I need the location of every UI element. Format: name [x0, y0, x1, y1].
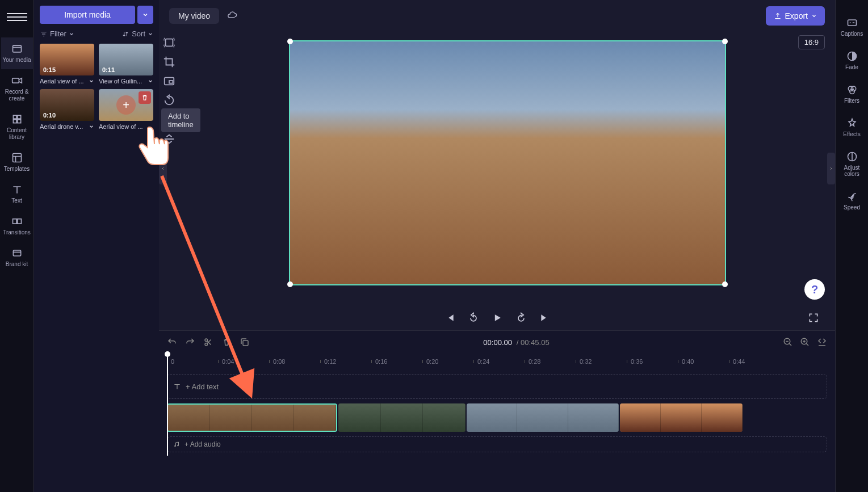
- menu-icon[interactable]: [7, 7, 27, 27]
- fit-timeline-icon[interactable]: [817, 337, 827, 347]
- export-button[interactable]: Export: [766, 6, 825, 26]
- video-clip[interactable]: [338, 403, 466, 432]
- chevron-down-icon: [89, 124, 94, 129]
- cloud-sync-icon[interactable]: [227, 11, 237, 21]
- svg-point-24: [851, 196, 853, 198]
- adjust-icon: [846, 151, 858, 162]
- media-item[interactable]: 0:10 Aerial drone v...: [40, 89, 94, 130]
- left-sidebar: Your media Record & create Content libra…: [0, 0, 34, 492]
- svg-rect-9: [13, 250, 20, 256]
- music-icon: [173, 441, 180, 448]
- video-clip[interactable]: [620, 403, 743, 432]
- svg-rect-7: [12, 219, 16, 224]
- resize-handle[interactable]: [722, 39, 728, 44]
- svg-rect-2: [13, 115, 16, 119]
- fit-icon[interactable]: [163, 36, 175, 49]
- preview-canvas[interactable]: [289, 40, 726, 285]
- sidebar-item-record[interactable]: Record & create: [1, 69, 33, 108]
- media-icon: [11, 43, 23, 54]
- right-item-speed[interactable]: Speed: [837, 184, 867, 217]
- zoom-out-icon[interactable]: [783, 337, 793, 347]
- resize-handle[interactable]: [287, 39, 293, 44]
- resize-handle[interactable]: [287, 281, 293, 287]
- right-item-captions[interactable]: Captions: [837, 10, 867, 44]
- effects-icon: [846, 117, 858, 129]
- trash-icon: [141, 94, 149, 102]
- filter-button[interactable]: Filter: [40, 30, 74, 38]
- media-panel: Import media Filter Sort 0:15 Aerial vie…: [34, 0, 159, 492]
- svg-rect-3: [17, 115, 20, 119]
- speed-icon: [846, 191, 858, 202]
- camera-icon: [11, 75, 23, 86]
- resize-handle[interactable]: [722, 281, 728, 287]
- sidebar-item-transitions[interactable]: Transitions: [1, 210, 33, 242]
- timeline-timecode: 00:00.00 / 00:45.05: [258, 338, 775, 347]
- rotate-icon[interactable]: [163, 94, 175, 107]
- sidebar-label: Record & create: [1, 89, 33, 102]
- sidebar-item-content-library[interactable]: Content library: [1, 108, 33, 146]
- top-bar: My video Export: [159, 0, 835, 32]
- play-icon[interactable]: [492, 312, 503, 323]
- svg-rect-12: [169, 81, 173, 83]
- library-icon: [11, 113, 23, 125]
- crop-icon[interactable]: [163, 56, 175, 68]
- chevron-down-icon: [89, 78, 94, 84]
- add-audio-track[interactable]: + Add audio: [167, 436, 827, 452]
- sidebar-label: Templates: [4, 166, 30, 173]
- media-item[interactable]: 0:15 Aerial view of ...: [40, 44, 94, 85]
- sidebar-label: Text: [11, 197, 22, 204]
- svg-rect-5: [17, 120, 20, 123]
- sidebar-label: Your media: [2, 57, 31, 64]
- cursor-annotation: [135, 124, 175, 169]
- help-button[interactable]: ?: [804, 279, 825, 300]
- chevron-down-icon: [142, 11, 149, 18]
- skip-forward-icon[interactable]: [539, 312, 551, 323]
- right-item-fade[interactable]: Fade: [837, 44, 867, 77]
- skip-back-icon[interactable]: [444, 312, 455, 323]
- sidebar-item-brand-kit[interactable]: Brand kit: [1, 242, 33, 274]
- rewind-icon[interactable]: [468, 312, 479, 323]
- video-clip[interactable]: [167, 403, 337, 432]
- sidebar-label: Brand kit: [6, 261, 28, 268]
- delete-media-button[interactable]: [139, 91, 151, 104]
- aspect-ratio-button[interactable]: 16:9: [798, 35, 825, 49]
- video-track[interactable]: [167, 403, 827, 432]
- import-media-button[interactable]: Import media: [40, 6, 135, 24]
- chevron-down-icon: [811, 13, 817, 19]
- arrow-annotation: [150, 165, 264, 403]
- svg-rect-0: [12, 45, 21, 52]
- media-item[interactable]: 0:11 View of Guilin...: [99, 44, 153, 85]
- filters-icon: [846, 84, 858, 95]
- svg-rect-1: [12, 78, 19, 83]
- collapse-right-button[interactable]: [827, 153, 835, 184]
- chevron-down-icon: [148, 78, 153, 84]
- forward-icon[interactable]: [515, 312, 527, 323]
- project-title[interactable]: My video: [169, 8, 219, 24]
- sidebar-item-your-media[interactable]: Your media: [1, 37, 33, 69]
- right-item-adjust-colors[interactable]: Adjust colors: [837, 144, 867, 184]
- chevron-right-icon: [829, 165, 833, 173]
- upload-icon: [774, 12, 782, 20]
- transitions-icon: [11, 216, 23, 227]
- text-icon: [11, 184, 23, 195]
- fullscreen-icon[interactable]: [808, 312, 819, 323]
- sort-button[interactable]: Sort: [121, 30, 153, 38]
- svg-rect-10: [166, 39, 173, 47]
- add-text-track[interactable]: + Add text: [167, 374, 827, 399]
- chevron-down-icon: [148, 31, 153, 37]
- sidebar-label: Content library: [1, 127, 33, 141]
- sidebar-item-templates[interactable]: Templates: [1, 146, 33, 178]
- add-to-timeline-button[interactable]: +: [116, 95, 136, 115]
- fade-icon: [846, 51, 858, 62]
- video-clip[interactable]: [467, 403, 619, 432]
- import-dropdown-button[interactable]: [137, 6, 153, 24]
- captions-icon: [846, 17, 858, 28]
- svg-rect-4: [13, 120, 16, 123]
- sidebar-item-text[interactable]: Text: [1, 178, 33, 210]
- svg-point-22: [849, 89, 854, 94]
- right-item-effects[interactable]: Effects: [837, 111, 867, 144]
- right-item-filters[interactable]: Filters: [837, 77, 867, 111]
- zoom-in-icon[interactable]: [800, 337, 810, 347]
- pip-icon[interactable]: [163, 75, 175, 87]
- sort-icon: [121, 30, 129, 38]
